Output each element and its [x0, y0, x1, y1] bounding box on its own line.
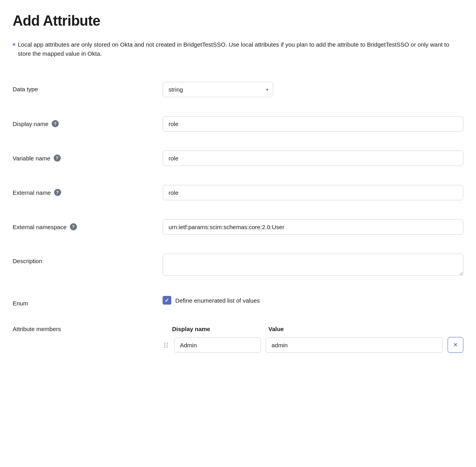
enum-control: ✓ Define enumerated list of values — [163, 296, 463, 305]
data-type-row: Data type string boolean integer number … — [13, 72, 463, 107]
external-name-help-icon[interactable]: ? — [54, 189, 61, 196]
drag-handle-icon[interactable] — [163, 341, 169, 349]
display-name-help-icon[interactable]: ? — [52, 120, 59, 127]
attr-value-input[interactable] — [266, 337, 443, 353]
page-title: Add Attribute — [13, 13, 463, 29]
external-namespace-input[interactable] — [163, 219, 463, 235]
data-type-select[interactable]: string boolean integer number — [163, 82, 273, 97]
external-namespace-label: External namespace ? — [13, 219, 163, 230]
notice-text: Local app attributes are only stored on … — [18, 40, 463, 58]
variable-name-row: Variable name ? — [13, 141, 463, 175]
enum-row: Enum ✓ Define enumerated list of values — [13, 286, 463, 316]
attribute-members-section: Attribute members Display name Value — [13, 316, 463, 362]
variable-name-label: Variable name ? — [13, 151, 163, 162]
attribute-members-header: Display name Value — [163, 326, 463, 332]
enum-checkbox-row: ✓ Define enumerated list of values — [163, 296, 463, 305]
attr-col-value-header: Value — [268, 326, 284, 332]
enum-checkbox-label: Define enumerated list of values — [175, 297, 260, 304]
remove-attribute-member-button[interactable]: × — [448, 337, 463, 353]
add-attribute-form: Data type string boolean integer number … — [13, 72, 463, 362]
display-name-input[interactable] — [163, 116, 463, 132]
description-input[interactable] — [163, 254, 463, 276]
description-row: Description — [13, 244, 463, 286]
external-name-control — [163, 185, 463, 200]
data-type-select-wrapper: string boolean integer number ▾ — [163, 82, 273, 97]
data-type-control: string boolean integer number ▾ — [163, 82, 463, 97]
notice-asterisk: * — [13, 41, 15, 51]
table-row: × — [163, 337, 463, 353]
external-name-row: External name ? — [13, 175, 463, 210]
enum-checkbox[interactable]: ✓ — [163, 296, 171, 305]
external-namespace-control — [163, 219, 463, 235]
data-type-label: Data type — [13, 82, 163, 92]
attr-display-name-control — [174, 337, 261, 353]
notice-box: * Local app attributes are only stored o… — [13, 40, 463, 58]
external-namespace-row: External namespace ? — [13, 210, 463, 244]
checkmark-icon: ✓ — [165, 297, 169, 303]
external-name-input[interactable] — [163, 185, 463, 200]
variable-name-help-icon[interactable]: ? — [54, 154, 61, 162]
description-control — [163, 254, 463, 277]
display-name-row: Display name ? — [13, 107, 463, 141]
display-name-label: Display name ? — [13, 116, 163, 127]
description-label: Description — [13, 254, 163, 264]
external-namespace-help-icon[interactable]: ? — [70, 223, 77, 230]
attribute-members-label: Attribute members — [13, 326, 163, 332]
attr-value-control — [266, 337, 443, 353]
attr-display-name-input[interactable] — [174, 337, 261, 353]
enum-label: Enum — [13, 296, 163, 307]
external-name-label: External name ? — [13, 185, 163, 196]
variable-name-control — [163, 151, 463, 166]
variable-name-input[interactable] — [163, 151, 463, 166]
display-name-control — [163, 116, 463, 132]
attribute-members-content: Display name Value — [163, 326, 463, 353]
attr-col-display-name-header: Display name — [172, 326, 259, 332]
